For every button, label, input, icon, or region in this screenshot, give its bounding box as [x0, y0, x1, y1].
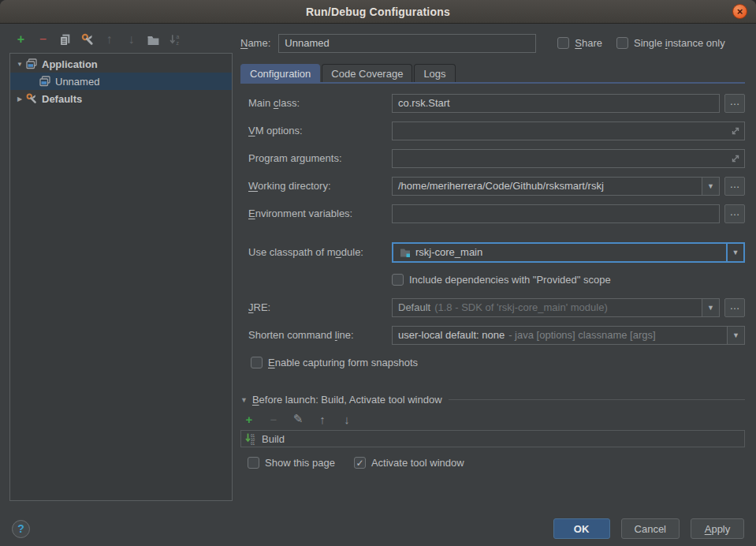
- program-arguments-field[interactable]: [392, 149, 745, 168]
- single-instance-label: Single instance only: [634, 37, 725, 49]
- jre-combobox[interactable]: Default(1.8 - SDK of 'rskj-core_main' mo…: [392, 298, 720, 317]
- capture-snapshots-row: Enable capturing form snapshots: [248, 353, 745, 372]
- vm-options-field[interactable]: [392, 122, 745, 140]
- copy-configuration-icon[interactable]: [58, 32, 73, 47]
- add-configuration-icon[interactable]: +: [13, 32, 28, 47]
- edit-task-icon[interactable]: ✎: [292, 413, 304, 425]
- help-icon: ?: [17, 522, 24, 535]
- apply-button[interactable]: Apply: [691, 518, 744, 539]
- jre-row: JRE: Default(1.8 - SDK of 'rskj-core_mai…: [248, 297, 745, 317]
- move-task-up-icon[interactable]: ↑: [316, 413, 329, 425]
- use-classpath-row: Use classpath of module: rskj-core_main …: [248, 242, 745, 262]
- name-row: Name: Share Single instance only: [240, 33, 745, 53]
- shorten-value: user-local default: none: [398, 329, 505, 341]
- share-label: Share: [575, 37, 602, 49]
- show-this-page-label: Show this page: [265, 457, 335, 469]
- help-button[interactable]: ?: [12, 520, 30, 538]
- capture-snapshots-checkbox[interactable]: Enable capturing form snapshots: [251, 357, 418, 368]
- expand-field-icon[interactable]: [729, 125, 742, 137]
- environment-variables-label: Environment variables:: [248, 208, 392, 219]
- chevron-expanded-icon[interactable]: ▼: [14, 61, 25, 68]
- working-directory-combobox[interactable]: /home/meriherrera/Code/Github/rsksmart/r…: [392, 177, 720, 196]
- main-class-label: Main class:: [248, 97, 392, 109]
- mnemonic: V: [248, 125, 255, 136]
- cancel-button[interactable]: Cancel: [621, 518, 680, 539]
- tree-item-label: Defaults: [42, 93, 82, 105]
- dropdown-arrow-icon[interactable]: ▼: [726, 244, 743, 261]
- jre-label: JRE:: [248, 301, 392, 313]
- expand-field-icon[interactable]: [729, 152, 742, 165]
- browse-jre-button[interactable]: …: [724, 298, 745, 317]
- name-label: Name:: [240, 37, 270, 49]
- show-this-page-checkbox[interactable]: Show this page: [248, 457, 335, 469]
- dialog-body: + − ↑ ↓ az ▼: [0, 24, 756, 511]
- configuration-editor: Name: Share Single instance only Configu…: [240, 24, 745, 511]
- tab-bar: Configuration Code Coverage Logs: [240, 64, 745, 82]
- build-icon: 011001: [245, 432, 258, 445]
- remove-task-icon[interactable]: −: [267, 413, 280, 425]
- checkbox-box: [616, 37, 628, 49]
- working-directory-label: Working directory:: [248, 180, 392, 192]
- svg-text:z: z: [177, 40, 180, 46]
- dropdown-arrow-icon[interactable]: ▼: [702, 178, 719, 195]
- edit-environment-variables-button[interactable]: …: [724, 204, 745, 223]
- browse-main-class-button[interactable]: …: [724, 94, 745, 113]
- mnemonic: o: [336, 246, 341, 258]
- module-classpath-combobox[interactable]: rskj-core_main ▼: [392, 242, 745, 263]
- ok-button[interactable]: OK: [553, 518, 610, 539]
- tree-item-unnamed[interactable]: Unnamed: [10, 73, 232, 90]
- jre-value-detail: (1.8 - SDK of 'rskj-core_main' module): [434, 301, 608, 313]
- configurations-tree: ▼ Application Unnamed ▶: [9, 53, 233, 501]
- tab-logs[interactable]: Logs: [414, 64, 455, 82]
- tab-configuration[interactable]: Configuration: [240, 64, 320, 82]
- chevron-collapsed-icon[interactable]: ▶: [14, 95, 25, 103]
- activate-tool-window-checkbox[interactable]: ✓ Activate tool window: [354, 457, 464, 469]
- browse-working-directory-button[interactable]: …: [724, 177, 745, 196]
- share-checkbox[interactable]: Share: [557, 37, 602, 49]
- main-class-field[interactable]: co.rsk.Start: [392, 94, 720, 113]
- dropdown-arrow-icon[interactable]: ▼: [702, 299, 719, 316]
- name-input[interactable]: [278, 34, 536, 53]
- include-provided-row: Include dependencies with "Provided" sco…: [248, 270, 745, 290]
- before-launch-toolbar: + − ✎ ↑ ↓: [243, 413, 745, 425]
- new-folder-icon[interactable]: [146, 32, 161, 47]
- main-class-row: Main class: co.rsk.Start …: [248, 93, 745, 113]
- dialog-buttons: OK Cancel Apply: [553, 518, 744, 539]
- configurations-sidebar: + − ↑ ↓ az ▼: [9, 30, 233, 501]
- add-task-icon[interactable]: +: [243, 413, 255, 425]
- move-task-down-icon[interactable]: ↓: [341, 413, 353, 425]
- application-type-icon: [25, 58, 38, 70]
- move-down-icon[interactable]: ↓: [124, 32, 139, 47]
- tab-code-coverage[interactable]: Code Coverage: [322, 64, 412, 82]
- tree-item-defaults[interactable]: ▶ Defaults: [10, 90, 232, 107]
- section-divider: [449, 399, 745, 400]
- sort-alphabetically-icon[interactable]: az: [168, 32, 183, 47]
- edit-defaults-wrench-icon[interactable]: [80, 32, 95, 47]
- single-instance-checkbox[interactable]: Single instance only: [616, 37, 725, 49]
- capture-snapshots-label: Enable capturing form snapshots: [268, 357, 418, 368]
- dropdown-arrow-icon[interactable]: ▼: [727, 327, 744, 344]
- move-up-icon[interactable]: ↑: [102, 32, 117, 47]
- before-launch-header: ▼ Before launch: Build, Activate tool wi…: [240, 394, 745, 406]
- environment-variables-field[interactable]: [392, 204, 720, 223]
- task-label: Build: [262, 433, 285, 445]
- dialog-footer: ? OK Cancel Apply: [0, 511, 756, 546]
- tree-item-label: Unnamed: [55, 76, 99, 88]
- module-icon: [399, 246, 412, 259]
- remove-configuration-icon[interactable]: −: [35, 32, 50, 47]
- close-button[interactable]: ×: [732, 4, 747, 19]
- mnemonic: S: [575, 37, 582, 49]
- collapse-section-icon[interactable]: ▼: [240, 396, 248, 404]
- svg-text:01: 01: [251, 442, 255, 446]
- before-launch-section: ▼ Before launch: Build, Activate tool wi…: [240, 394, 745, 469]
- before-launch-task-build[interactable]: 011001 Build: [240, 430, 745, 447]
- shorten-command-line-label: Shorten command line:: [248, 329, 392, 341]
- use-classpath-label: Use classpath of module:: [248, 246, 392, 258]
- mnemonic: E: [268, 357, 275, 368]
- vm-options-label: VM options:: [248, 125, 392, 136]
- include-provided-checkbox[interactable]: Include dependencies with "Provided" sco…: [392, 274, 611, 286]
- shorten-command-line-combobox[interactable]: user-local default: none- java [options]…: [392, 326, 745, 345]
- mnemonic: N: [240, 37, 248, 49]
- configuration-tab-panel: Main class: co.rsk.Start … VM options:: [240, 82, 745, 372]
- tree-item-application[interactable]: ▼ Application: [10, 55, 232, 73]
